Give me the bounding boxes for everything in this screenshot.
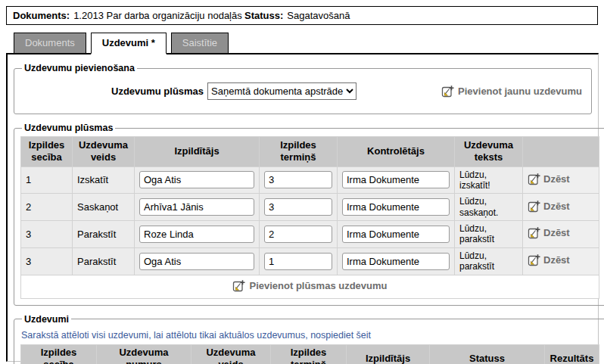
col-uzdevuma-numurs: Uzdevuma numurs [97,344,191,364]
table-row: 1 Izskatīt Lūdzu, izskatīt! Dzēst [21,166,599,194]
task-flows-legend: Uzdevumu plūsmas [22,123,115,133]
col-rezultats: Rezultāts [545,344,599,364]
cell-seciba: 2 [21,194,73,221]
cell-veids: Saskaņot [73,194,135,221]
col-statuss: Statuss [430,344,545,364]
delete-label: Dzēst [543,227,570,238]
kontroletajs-input[interactable] [342,253,450,270]
tasks-legend: Uzdevumi [22,314,71,325]
tasks-table: Izpildes secība Uzdevuma numurs Uzdevuma… [20,344,599,364]
termins-input[interactable] [264,171,332,188]
add-new-task-label: Pievienot jaunu uzdevumu [458,86,582,97]
tab-saistitie[interactable]: Saistītie [171,33,229,54]
cell-teksts: Lūdzu, parakstīt [455,247,523,275]
add-task-legend: Uzdevumu pievienošana [22,63,137,73]
col-izpildes-seciba: Izpildes secība [21,344,97,364]
col-izpildes-seciba: Izpildes secība [21,137,73,167]
cell-teksts: Lūdzu, saskaņot. [455,194,523,221]
cell-veids: Parakstīt [73,247,135,275]
document-status-bar: Dokuments: 1.2013 Par darba organizāciju… [6,6,598,25]
col-izpilditajs: Izpildītājs [135,137,260,167]
cell-teksts: Lūdzu, parakstīt [455,221,523,248]
statuss-value: Sagatavošanā [287,10,350,21]
delete-label: Dzēst [543,201,570,212]
delete-label: Dzēst [543,173,570,185]
termins-input[interactable] [264,226,332,243]
kontroletajs-input[interactable] [342,198,450,216]
add-document-icon [528,226,540,239]
tab-dokuments[interactable]: Dokuments [14,33,86,54]
flow-select-label: Uzdevumu plūsmas [111,86,204,97]
dokuments-value: 1.2013 Par darba organizāciju nodaļās [73,10,242,21]
task-flows-table: Izpildes secība Uzdevuma veids Izpildītā… [20,136,599,299]
add-document-icon [528,254,540,266]
add-document-icon [528,200,540,213]
kontroletajs-input[interactable] [342,226,450,243]
col-kontroletajs: Kontrolētājs [338,137,455,167]
col-izpildes-termins: Izpildes termiņš [271,344,347,364]
delete-button[interactable]: Dzēst [528,173,570,185]
cell-veids: Parakstīt [73,221,135,248]
col-actions [523,137,599,167]
delete-button[interactable]: Dzēst [528,226,570,239]
izpilditajs-input[interactable] [139,253,254,270]
statuss-label: Statuss: [244,10,283,21]
col-uzdevuma-teksts: Uzdevuma teksts [455,137,523,167]
add-document-icon [528,173,540,185]
col-uzdevuma-veids: Uzdevuma veids [191,344,271,364]
task-flows-section: Uzdevumu plūsmas Izpildes secība Uzdevum… [14,123,604,306]
table-header-row: Izpildes secība Uzdevuma numurs Uzdevuma… [21,344,599,364]
cell-seciba: 3 [21,247,73,275]
tab-uzdevumi[interactable]: Uzdevumi * [91,33,167,54]
izpilditajs-input[interactable] [139,198,254,216]
table-header-row: Izpildes secība Uzdevuma veids Izpildītā… [21,137,599,167]
table-row: 3 Parakstīt Lūdzu, parakstīt Dzēst [21,247,599,275]
cell-seciba: 1 [21,166,73,194]
add-flow-task-button[interactable]: Pievienot plūsmas uzdevumu [232,279,387,292]
add-document-icon [232,279,245,292]
kontroletajs-input[interactable] [342,171,450,188]
col-uzdevuma-veids: Uzdevuma veids [73,137,135,167]
tasks-section: Uzdevumi Sarakstā attēloti visi uzdevumi… [14,314,604,364]
add-new-task-button[interactable]: Pievienot jaunu uzdevumu [441,85,582,98]
show-actual-tasks-link[interactable]: Sarakstā attēloti visi uzdevumi, lai att… [20,328,599,344]
add-flow-task-label: Pievienot plūsmas uzdevumu [249,280,387,291]
termins-input[interactable] [264,253,332,270]
delete-label: Dzēst [543,254,570,266]
termins-input[interactable] [264,198,332,216]
table-row: 3 Parakstīt Lūdzu, parakstīt Dzēst [21,221,599,248]
flow-select[interactable]: Saņemtā dokumenta apstrāde [207,82,356,100]
add-document-icon [441,85,454,98]
table-footer-row: Pievienot plūsmas uzdevumu [21,275,599,298]
col-izpilditajs: Izpildītājs [347,344,430,364]
col-izpildes-termins: Izpildes termiņš [260,137,338,167]
cell-veids: Izskatīt [73,166,135,194]
tab-bar: Dokuments Uzdevumi * Saistītie [14,33,604,53]
cell-teksts: Lūdzu, izskatīt! [455,166,523,194]
izpilditajs-input[interactable] [139,171,254,188]
add-task-section: Uzdevumu pievienošana Uzdevumu plūsmas S… [14,63,592,114]
delete-button[interactable]: Dzēst [528,254,570,266]
dokuments-label: Dokuments: [13,10,70,21]
cell-seciba: 3 [21,221,73,248]
tab-content-panel: Uzdevumu pievienošana Uzdevumu plūsmas S… [6,53,599,362]
delete-button[interactable]: Dzēst [528,200,570,213]
table-row: 2 Saskaņot Lūdzu, saskaņot. Dzēst [21,194,599,221]
izpilditajs-input[interactable] [139,226,254,243]
